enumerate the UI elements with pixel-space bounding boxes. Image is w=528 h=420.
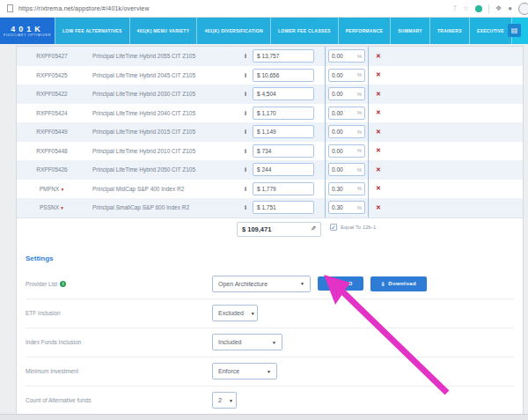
fund-pct-input[interactable] <box>332 166 356 173</box>
nav-item-2[interactable]: 401(K) DIVERSIFICATION <box>197 18 271 44</box>
fund-value-input[interactable] <box>257 166 310 173</box>
fund-info-icon[interactable]: i <box>238 204 253 210</box>
extensions-icon[interactable]: ❖ <box>495 4 502 12</box>
fund-table-body: RXPF05427Principal LifeTime Hybrid 2055 … <box>17 47 523 217</box>
delete-fund-icon[interactable]: ✕ <box>369 71 388 78</box>
fund-value-input[interactable] <box>257 148 310 154</box>
setting-row-index-funds-inclusion: Index Funds InclusionIncluded▼ <box>26 328 514 357</box>
fund-name: Principal LifeTime Hybrid 2015 CIT Z105 <box>87 129 238 135</box>
nav-item-3[interactable]: LOWER FEE CLASSES <box>271 18 339 44</box>
setting-label: Index Funds Inclusion <box>26 339 212 345</box>
delete-fund-icon[interactable]: ✕ <box>369 147 388 154</box>
fund-pct-input[interactable] <box>332 91 356 97</box>
upload-button[interactable]: UPLOAD <box>318 276 363 291</box>
fund-row: PSSNX▼Principal SmallCap S&P 600 Index R… <box>17 198 523 217</box>
fund-row: RXPF05422Principal LifeTime Hybrid 2030 … <box>17 85 523 104</box>
delete-fund-icon[interactable]: ✕ <box>369 185 388 192</box>
delete-fund-icon[interactable]: ✕ <box>369 204 388 211</box>
fund-value-input[interactable] <box>257 53 310 59</box>
setting-select[interactable]: Included▼ <box>212 334 282 350</box>
app-navbar: 401K FIDUCIARY OPTIMIZER LOW FEE ALTERNA… <box>0 18 528 44</box>
profile-icon[interactable]: ● <box>508 4 512 12</box>
chevron-down-icon: ▼ <box>251 311 255 316</box>
share-icon[interactable]: ⤴ <box>453 4 457 12</box>
delete-fund-icon[interactable]: ✕ <box>369 166 388 173</box>
app-logo[interactable]: 401K FIDUCIARY OPTIMIZER <box>0 18 55 44</box>
fund-pct-input[interactable] <box>332 204 356 210</box>
setting-value: Excluded <box>218 310 244 316</box>
percent-suffix: % <box>357 186 362 191</box>
nav-item-7[interactable]: EXECUTIVE <box>470 18 512 44</box>
provider-list-value: Open Architecture <box>218 281 268 287</box>
setting-select[interactable]: 2▼ <box>212 392 237 409</box>
nav-item-0[interactable]: LOW FEE ALTERNATIVES <box>55 18 130 44</box>
fund-value-input[interactable] <box>257 91 310 97</box>
extension-green-dot-icon[interactable] <box>475 5 482 12</box>
info-icon[interactable]: i <box>60 281 66 287</box>
edit-pencil-icon[interactable]: ✎ <box>311 225 316 232</box>
fund-value-input[interactable] <box>257 72 310 78</box>
url-text[interactable]: https://rixtrema.net/appstore/#/401k/ove… <box>18 5 150 11</box>
chevron-down-icon: ▼ <box>267 369 271 374</box>
settings-rows: ETF InclusionExcluded▼Index Funds Inclus… <box>26 298 514 415</box>
fund-row: RXPF05424Principal LifeTime Hybrid 2040 … <box>17 104 523 123</box>
provider-list-select[interactable]: Open Architecture ▼ <box>212 276 311 292</box>
nav-item-5[interactable]: SUMMARY <box>391 18 430 44</box>
fund-name: Principal LifeTime Hybrid 2010 CIT Z105 <box>87 148 238 154</box>
delete-fund-icon[interactable]: ✕ <box>369 53 388 60</box>
percent-suffix: % <box>357 92 362 97</box>
fund-pct-input[interactable] <box>332 53 356 59</box>
percent-suffix: % <box>357 54 362 59</box>
fund-info-icon[interactable]: i <box>238 148 253 154</box>
avatar[interactable] <box>518 3 528 15</box>
provider-list-label: Provider List <box>26 281 57 287</box>
equal-to-12b1-label: Equal To 12b-1 <box>341 225 376 230</box>
fund-info-icon[interactable]: i <box>238 110 253 116</box>
fund-info-icon[interactable]: i <box>238 91 253 97</box>
equal-to-12b1-checkbox[interactable]: ✓ <box>330 224 337 231</box>
setting-row-etf-inclusion: ETF InclusionExcluded▼ <box>26 298 514 328</box>
fund-info-icon[interactable]: i <box>238 166 253 173</box>
nav-item-4[interactable]: PERFORMANCE <box>339 18 391 44</box>
delete-fund-icon[interactable]: ✕ <box>369 129 388 136</box>
fund-name: Principal MidCap S&P 400 Index R2 <box>87 186 238 192</box>
download-button[interactable]: ⇩ Download <box>370 276 427 291</box>
percent-suffix: % <box>357 129 362 135</box>
fund-pct-input[interactable] <box>332 148 356 154</box>
page-background: RXPF05427Principal LifeTime Hybrid 2055 … <box>0 44 528 420</box>
delete-fund-icon[interactable]: ✕ <box>369 91 388 98</box>
fund-info-icon[interactable]: i <box>238 186 253 192</box>
nav-item-6[interactable]: TRAINERS <box>430 18 470 44</box>
delete-fund-icon[interactable]: ✕ <box>369 109 388 116</box>
fund-value-input[interactable] <box>257 204 310 210</box>
fund-pct-input[interactable] <box>332 110 356 116</box>
ticker-alert-icon: ▼ <box>60 205 64 210</box>
fund-pct-input[interactable] <box>332 129 356 135</box>
total-row: $ 109,471 ✎ ✓ Equal To 12b-1 <box>17 217 523 240</box>
fund-info-icon[interactable]: i <box>238 72 253 78</box>
setting-select[interactable]: Excluded▼ <box>212 305 258 321</box>
fund-value-input[interactable] <box>257 110 310 116</box>
nav-item-1[interactable]: 401(K) MENU VARIETY <box>130 18 198 44</box>
fund-ticker: RXPF05449 <box>17 129 87 135</box>
settings-section: Settings Provider List i Open Architectu… <box>17 240 523 416</box>
fund-value-input[interactable] <box>257 129 310 135</box>
settings-heading: Settings <box>26 254 514 262</box>
fund-row: RXPF05449Principal LifeTime Hybrid 2015 … <box>17 122 523 142</box>
fund-ticker: RXPF05427 <box>17 53 87 59</box>
setting-label: Count of Alternative funds <box>26 397 212 403</box>
star-icon[interactable]: ☆ <box>463 4 469 12</box>
fund-ticker: PMFNX▼ <box>17 186 87 192</box>
setting-select[interactable]: Enforce▼ <box>212 363 277 379</box>
fund-pct-input[interactable] <box>332 72 356 78</box>
fund-info-icon[interactable]: i <box>238 53 253 59</box>
nav-menu-icon[interactable]: ▤ <box>508 24 521 37</box>
fund-pct-input[interactable] <box>332 186 356 192</box>
page-icon <box>7 4 13 12</box>
nav-menu: LOW FEE ALTERNATIVES401(K) MENU VARIETY4… <box>55 18 512 44</box>
browser-address-bar[interactable]: https://rixtrema.net/appstore/#/401k/ove… <box>0 0 528 18</box>
fund-value-input[interactable] <box>257 186 310 192</box>
fund-row: RXPF05426Principal LifeTime Hybrid 2050 … <box>17 160 523 180</box>
fund-info-icon[interactable]: i <box>238 129 253 135</box>
fund-name: Principal LifeTime Hybrid 2050 CIT Z105 <box>87 166 238 173</box>
